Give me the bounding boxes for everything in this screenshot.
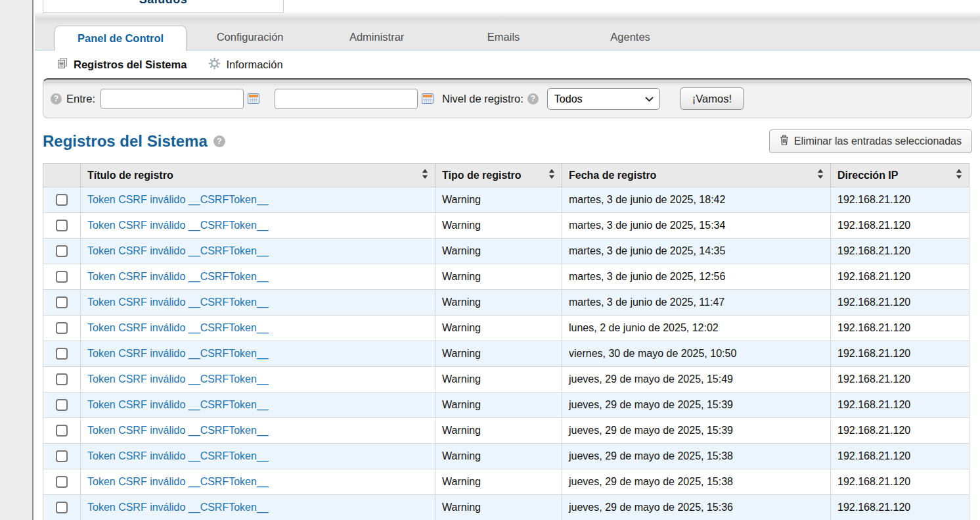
logs-table: Título de registro Tipo de registro (43, 163, 969, 520)
section-head: Registros del Sistema ? Eliminar las ent… (43, 130, 972, 153)
tab-administrar[interactable]: Administrar (313, 25, 440, 50)
row-title-cell: Token CSRF inválido __CSRFToken__ (81, 290, 435, 316)
content-area: Saludos Panel de Control Configuración A… (35, 0, 980, 520)
row-date-cell: martes, 3 de junio de 2025, 15:34 (562, 213, 831, 239)
log-entry-link[interactable]: Token CSRF inválido __CSRFToken__ (87, 245, 269, 256)
date-from-input[interactable] (100, 89, 244, 109)
row-ip-cell: 192.168.21.120 (831, 418, 969, 444)
row-checkbox[interactable] (56, 245, 68, 257)
sort-icon[interactable] (422, 169, 428, 181)
header-fecha-label: Fecha de registro (569, 170, 656, 181)
help-icon-level[interactable]: ? (527, 93, 539, 105)
row-checkbox[interactable] (56, 220, 68, 231)
row-checkbox-cell (43, 290, 81, 316)
row-checkbox[interactable] (56, 373, 68, 385)
date-to-input[interactable] (275, 89, 418, 109)
row-checkbox[interactable] (56, 194, 68, 206)
log-entry-link[interactable]: Token CSRF inválido __CSRFToken__ (87, 271, 269, 282)
subnav-label-registros: Registros del Sistema (74, 59, 187, 71)
row-title-cell: Token CSRF inválido __CSRFToken__ (81, 341, 435, 367)
row-type-cell: Warning (435, 341, 562, 367)
row-type-cell: Warning (435, 367, 562, 392)
log-entry-link[interactable]: Token CSRF inválido __CSRFToken__ (87, 373, 269, 385)
row-date-cell: jueves, 29 de mayo de 2025, 15:49 (562, 367, 831, 392)
log-entry-link[interactable]: Token CSRF inválido __CSRFToken__ (87, 502, 269, 513)
row-date-cell: jueves, 29 de mayo de 2025, 15:39 (562, 418, 831, 444)
row-checkbox[interactable] (56, 348, 68, 360)
row-checkbox[interactable] (56, 476, 68, 488)
help-icon-title[interactable]: ? (213, 135, 225, 147)
table-header-row: Título de registro Tipo de registro (43, 164, 969, 187)
row-ip-cell: 192.168.21.120 (831, 316, 969, 341)
row-checkbox[interactable] (56, 322, 68, 334)
between-label: Entre: (66, 93, 95, 105)
row-type-cell: Warning (435, 187, 562, 213)
row-checkbox-cell (43, 187, 81, 213)
row-title-cell: Token CSRF inválido __CSRFToken__ (81, 469, 435, 495)
header-tipo[interactable]: Tipo de registro (435, 164, 562, 187)
row-type-cell: Warning (435, 213, 562, 239)
header-titulo[interactable]: Título de registro (81, 164, 435, 187)
log-entry-link[interactable]: Token CSRF inválido __CSRFToken__ (87, 348, 269, 359)
row-checkbox[interactable] (56, 271, 68, 283)
row-checkbox[interactable] (56, 425, 68, 437)
header-ip-label: Dirección IP (837, 170, 898, 181)
row-checkbox-cell (43, 469, 81, 495)
left-gutter (0, 0, 33, 520)
row-checkbox-cell (43, 316, 81, 341)
row-checkbox-cell (43, 213, 81, 239)
go-button[interactable]: ¡Vamos! (680, 87, 744, 110)
row-checkbox-cell (43, 367, 81, 392)
log-entry-link[interactable]: Token CSRF inválido __CSRFToken__ (87, 194, 269, 205)
row-ip-cell: 192.168.21.120 (831, 213, 969, 239)
header-tipo-label: Tipo de registro (442, 170, 522, 181)
log-entry-link[interactable]: Token CSRF inválido __CSRFToken__ (87, 220, 269, 231)
log-entry-link[interactable]: Token CSRF inválido __CSRFToken__ (87, 322, 269, 333)
row-checkbox[interactable] (56, 450, 68, 462)
subnav-item-informacion[interactable]: Información (208, 57, 282, 72)
row-checkbox[interactable] (56, 502, 68, 513)
row-checkbox[interactable] (56, 399, 68, 411)
subnav: Registros del Sistema Información (35, 51, 980, 78)
row-ip-cell: 192.168.21.120 (831, 444, 969, 469)
log-entry-link[interactable]: Token CSRF inválido __CSRFToken__ (87, 450, 269, 461)
sort-icon[interactable] (548, 169, 555, 181)
main-tabbar: Panel de Control Configuración Administr… (35, 24, 980, 51)
tab-emails[interactable]: Emails (440, 25, 567, 50)
delete-selected-label: Eliminar las entradas seleccionadas (794, 135, 962, 147)
filter-bar: ? Entre: (43, 78, 972, 118)
log-entry-link[interactable]: Token CSRF inválido __CSRFToken__ (87, 296, 269, 308)
log-icon (56, 57, 68, 72)
delete-selected-button[interactable]: Eliminar las entradas seleccionadas (769, 130, 972, 153)
row-title-cell: Token CSRF inválido __CSRFToken__ (81, 316, 435, 341)
log-entry-link[interactable]: Token CSRF inválido __CSRFToken__ (87, 476, 269, 487)
sort-icon[interactable] (956, 169, 962, 181)
header-ip[interactable]: Dirección IP (831, 164, 969, 187)
table-row: Token CSRF inválido __CSRFToken__ Warnin… (43, 418, 969, 444)
row-title-cell: Token CSRF inválido __CSRFToken__ (81, 418, 435, 444)
help-icon-dates[interactable]: ? (51, 93, 62, 105)
row-ip-cell: 192.168.21.120 (831, 469, 969, 495)
calendar-to-button[interactable] (422, 93, 434, 104)
row-type-cell: Warning (435, 469, 562, 495)
tab-configuracion[interactable]: Configuración (187, 25, 313, 50)
row-checkbox[interactable] (56, 296, 68, 308)
log-entry-link[interactable]: Token CSRF inválido __CSRFToken__ (87, 399, 269, 410)
calendar-from-button[interactable] (248, 93, 259, 104)
row-type-cell: Warning (435, 264, 562, 290)
log-entry-link[interactable]: Token CSRF inválido __CSRFToken__ (87, 425, 269, 436)
row-checkbox-cell (43, 418, 81, 444)
sort-icon[interactable] (817, 169, 824, 181)
row-title-cell: Token CSRF inválido __CSRFToken__ (81, 444, 435, 469)
row-checkbox-cell (43, 444, 81, 469)
header-fecha[interactable]: Fecha de registro (562, 164, 831, 187)
subnav-item-registros[interactable]: Registros del Sistema (56, 57, 187, 72)
table-row: Token CSRF inválido __CSRFToken__ Warnin… (43, 213, 969, 239)
row-date-cell: jueves, 29 de mayo de 2025, 15:38 (562, 444, 831, 469)
table-row: Token CSRF inválido __CSRFToken__ Warnin… (43, 316, 969, 341)
level-select[interactable]: Todos (547, 88, 660, 110)
tab-panel-de-control[interactable]: Panel de Control (55, 26, 187, 51)
row-title-cell: Token CSRF inválido __CSRFToken__ (81, 239, 435, 264)
row-type-cell: Warning (435, 495, 562, 520)
tab-agentes[interactable]: Agentes (567, 25, 694, 50)
